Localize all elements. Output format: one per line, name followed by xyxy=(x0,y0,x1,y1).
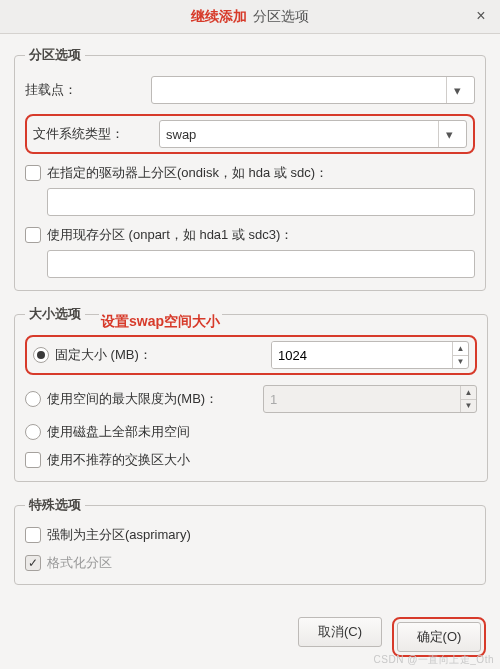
fstype-label: 文件系统类型： xyxy=(33,125,153,143)
cancel-button[interactable]: 取消(C) xyxy=(298,617,382,647)
onpart-input[interactable] xyxy=(47,250,475,278)
size-max-label: 使用空间的最大限度为(MB)： xyxy=(47,390,218,408)
size-max-spin: ▲ ▼ xyxy=(263,385,477,413)
asprimary-label: 强制为主分区(asprimary) xyxy=(47,526,191,544)
annotation-swap-size: 设置swap空间大小 xyxy=(99,313,222,331)
size-max-input xyxy=(264,386,460,412)
titlebar: 继续添加 分区选项 × xyxy=(0,0,500,34)
onpart-label: 使用现存分区 (onpart，如 hda1 或 sdc3)： xyxy=(47,226,293,244)
section-partition-legend: 分区选项 xyxy=(25,46,85,64)
fstype-value: swap xyxy=(166,127,434,142)
size-fill-radio[interactable] xyxy=(25,424,41,440)
chevron-down-icon[interactable]: ▼ xyxy=(453,356,468,369)
title-main: 继续添加 xyxy=(191,8,247,26)
fstype-combo[interactable]: swap ▾ xyxy=(159,120,467,148)
ok-button-highlight: 确定(O) xyxy=(392,617,486,657)
section-size: 大小选项 设置swap空间大小 固定大小 (MB)： ▲ ▼ xyxy=(14,305,488,482)
size-fill-label: 使用磁盘上全部未用空间 xyxy=(47,423,190,441)
ondisk-input[interactable] xyxy=(47,188,475,216)
size-recommended-checkbox[interactable] xyxy=(25,452,41,468)
size-fixed-label: 固定大小 (MB)： xyxy=(55,346,152,364)
watermark: CSDN @一直向上走_Oth xyxy=(374,653,494,667)
mountpoint-label: 挂载点： xyxy=(25,81,145,99)
fixed-size-highlight: 固定大小 (MB)： ▲ ▼ xyxy=(25,335,477,375)
close-icon[interactable]: × xyxy=(470,5,492,27)
mountpoint-combo[interactable]: ▾ xyxy=(151,76,475,104)
size-max-radio[interactable] xyxy=(25,391,41,407)
format-checkbox xyxy=(25,555,41,571)
chevron-down-icon: ▾ xyxy=(438,121,460,147)
chevron-up-icon[interactable]: ▲ xyxy=(453,342,468,356)
size-fixed-input[interactable] xyxy=(272,342,452,368)
ondisk-checkbox[interactable] xyxy=(25,165,41,181)
chevron-up-icon: ▲ xyxy=(461,386,476,400)
ok-button-label: 确定(O) xyxy=(417,628,462,646)
title-sub: 分区选项 xyxy=(253,8,309,26)
format-label: 格式化分区 xyxy=(47,554,112,572)
ok-button[interactable]: 确定(O) xyxy=(397,622,481,652)
section-partition: 分区选项 挂载点： ▾ 文件系统类型： swap ▾ 在指定的 xyxy=(14,46,486,291)
size-fixed-radio[interactable] xyxy=(33,347,49,363)
asprimary-checkbox[interactable] xyxy=(25,527,41,543)
dialog-body: 分区选项 挂载点： ▾ 文件系统类型： swap ▾ 在指定的 xyxy=(0,34,500,609)
size-fixed-spin[interactable]: ▲ ▼ xyxy=(271,341,469,369)
size-recommended-label: 使用不推荐的交换区大小 xyxy=(47,451,190,469)
chevron-down-icon: ▾ xyxy=(446,77,468,103)
cancel-button-label: 取消(C) xyxy=(318,623,362,641)
onpart-checkbox[interactable] xyxy=(25,227,41,243)
section-size-legend: 大小选项 xyxy=(25,305,85,323)
ondisk-label: 在指定的驱动器上分区(ondisk，如 hda 或 sdc)： xyxy=(47,164,328,182)
fstype-row-highlight: 文件系统类型： swap ▾ xyxy=(25,114,475,154)
chevron-down-icon: ▼ xyxy=(461,400,476,413)
section-special: 特殊选项 强制为主分区(asprimary) 格式化分区 xyxy=(14,496,486,585)
section-special-legend: 特殊选项 xyxy=(25,496,85,514)
